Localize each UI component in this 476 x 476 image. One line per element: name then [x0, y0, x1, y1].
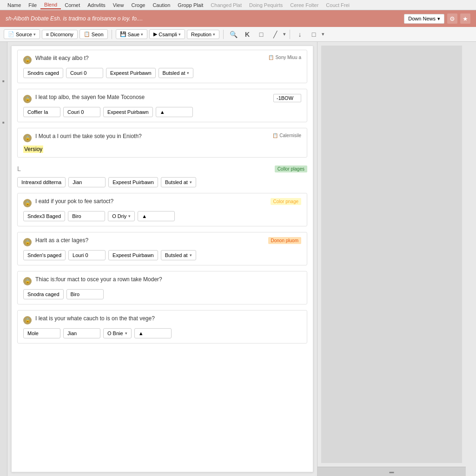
q2-field-4[interactable]: ▲ [156, 107, 193, 117]
title-dropdown[interactable]: Down News ▾ [404, 14, 444, 24]
q4-field-1[interactable]: Intrearxd ddlterna [17, 177, 66, 187]
question-5-block: 🔒 I eatd if your pok to fee sartoct? Col… [17, 193, 307, 226]
menu-name[interactable]: Name [4, 1, 25, 9]
q4-field-4-chevron-icon: ▾ [190, 180, 192, 185]
seon-button[interactable]: 📋 Seon [79, 29, 108, 39]
q4-field-4[interactable]: Butsled at ▾ [161, 177, 196, 187]
q1-field-1[interactable]: Snodrs caged [23, 68, 63, 78]
section-4-icon: L [17, 165, 21, 172]
draw-button[interactable]: ╱ [269, 28, 281, 40]
csampli-arrow-icon: ▶ [153, 31, 157, 37]
q1-field-3[interactable]: Expeest Puirbawn [106, 68, 156, 78]
q5-field-2[interactable]: Biro [68, 211, 105, 221]
dicornony-button[interactable]: ≡ Dicornony [42, 30, 78, 39]
menu-couct-frei[interactable]: Couct Frei [322, 1, 353, 9]
toolbar: 📄 Source ▾ ≡ Dicornony 📋 Seon 💾 Saue ▾ ▶… [0, 27, 476, 42]
q8-field-1[interactable]: Mole [23, 328, 60, 338]
question-3-text: I Mout a I ourri the take sote you in En… [35, 133, 269, 139]
question-3-highlight: Versioy [23, 145, 43, 153]
q6-field-2[interactable]: Louri 0 [68, 250, 106, 260]
q5-field-4[interactable]: ▲ [138, 211, 175, 221]
question-7-header: 🔒 Thiac is:four mact to osce your a rown… [23, 276, 301, 285]
q5-field-1[interactable]: Sndex3 Baged [23, 211, 65, 221]
q1-field-2[interactable]: Couri 0 [66, 68, 103, 78]
save-button[interactable]: 💾 Saue ▾ [116, 29, 148, 39]
q6-field-1[interactable]: Snden's paged [23, 250, 66, 260]
square-button[interactable]: □ [255, 28, 267, 40]
menu-caution[interactable]: Caution [149, 1, 174, 9]
question-1-meta-icon: 📋 [268, 55, 274, 60]
question-8-text: I leat is your whate cauch to is on the … [35, 315, 301, 322]
q1-field-4[interactable]: Butsled at ▾ [159, 68, 194, 78]
q2-field-3[interactable]: Expeest Puirbawn [103, 107, 153, 117]
csampli-label: Csampli [159, 32, 177, 37]
menu-gropp-plait[interactable]: Gropp Plait [174, 1, 207, 9]
menu-croge[interactable]: Croge [127, 1, 149, 9]
q6-field-4[interactable]: Butsled at ▾ [161, 250, 196, 260]
q6-field-4-chevron-icon: ▾ [190, 253, 192, 258]
right-panel-scrollbar[interactable]: ▬ [317, 467, 466, 476]
down-arrow-button[interactable]: ↓ [294, 28, 306, 40]
question-2-extra-input[interactable] [273, 94, 301, 102]
q6-field-4-label: Butsled at [165, 252, 188, 258]
k-button[interactable]: K [241, 28, 253, 40]
question-3-meta: 📋 Calernisile [272, 133, 301, 138]
menu-ceree-folter[interactable]: Ceree Folter [286, 1, 322, 9]
gear-button[interactable]: ⚙ [447, 13, 457, 24]
question-2-header: 🔒 I leat top albo, the sayen foe Mate To… [23, 94, 301, 103]
csampli-button[interactable]: ▶ Csampli ▾ [149, 29, 185, 39]
copy-more-icon: ▾ [322, 31, 324, 37]
q5-field-3[interactable]: O Driy ▾ [108, 211, 135, 221]
q7-field-1[interactable]: Snodra caged [23, 289, 64, 299]
menu-view[interactable]: View [109, 1, 128, 9]
save-label: Saue [128, 32, 140, 37]
survey-panel[interactable]: 🔒 Whate iit eacy albo t? 📋 Sony Miuu a S… [11, 46, 313, 472]
toolbar-divider-1 [112, 30, 112, 39]
question-8-header: 🔒 I leat is your whate cauch to is on th… [23, 315, 301, 324]
question-5-tag: Color pnage [271, 198, 301, 205]
question-1-icon: 🔒 [23, 56, 32, 64]
repution-chevron-icon: ▾ [213, 32, 215, 37]
question-8-fields: Mole Jian O Bnie ▾ ▲ [23, 328, 301, 338]
menu-cornet[interactable]: Cornet [61, 1, 84, 9]
question-3-icon: 🔒 [23, 134, 32, 142]
question-7-text: Thiac is:four mact to osce your a rown t… [35, 276, 301, 283]
menu-blend[interactable]: Blend [40, 1, 61, 9]
q8-field-3-chevron-icon: ▾ [125, 331, 127, 336]
dropdown-label: Down News [408, 16, 436, 21]
q4-field-2[interactable]: Jian [68, 177, 106, 187]
question-2-icon: 🔒 [23, 95, 32, 103]
menu-file[interactable]: File [25, 1, 40, 9]
repution-button[interactable]: Repution ▾ [187, 30, 219, 39]
repution-label: Repution [191, 32, 212, 37]
question-4-fields: Intrearxd ddlterna Jian Expeest Puirbawn… [17, 177, 307, 187]
source-chevron-icon: ▾ [33, 32, 36, 37]
q8-field-4[interactable]: ▲ [134, 328, 172, 338]
section-4-header: L Collor plages [17, 163, 307, 174]
q2-field-2[interactable]: Couri 0 [63, 107, 100, 117]
dicornony-label: Dicornony [50, 32, 73, 37]
question-2-block: 🔒 I leat top albo, the sayen foe Mate To… [17, 89, 307, 122]
menu-adnvlits[interactable]: Adnvlits [84, 1, 109, 9]
seon-label: Seon [92, 32, 104, 37]
menu-doing-pequirts[interactable]: Doing Pequirts [245, 1, 286, 9]
question-6-text: Harlt as a cter Iages? [35, 237, 261, 244]
source-button[interactable]: 📄 Source ▾ [4, 29, 40, 39]
q2-field-1[interactable]: Coffier Ia [23, 107, 60, 117]
question-8-icon: 🔒 [23, 316, 32, 324]
q5-field-3-label: O Driy [112, 213, 126, 219]
question-1-fields: Snodrs caged Couri 0 Expeest Puirbawn Bu… [23, 68, 301, 78]
menu-changed-plat[interactable]: Changed Plat [207, 1, 245, 9]
star-button[interactable]: ★ [460, 13, 470, 24]
question-6-block: 🔒 Harlt as a cter Iages? Donon pluom Snd… [17, 232, 307, 265]
toolbar-divider-3 [290, 30, 290, 39]
q8-field-3[interactable]: O Bnie ▾ [103, 328, 132, 338]
q8-field-2[interactable]: Jian [63, 328, 100, 338]
q4-field-3[interactable]: Expeest Puirbawn [108, 177, 158, 187]
q7-field-2[interactable]: Biro [66, 289, 104, 299]
copy-button[interactable]: □ [308, 28, 320, 40]
question-3-header: 🔒 I Mout a I ourri the take sote you in … [23, 133, 301, 142]
question-3-block: 🔒 I Mout a I ourri the take sote you in … [17, 128, 307, 158]
search-button[interactable]: 🔍 [227, 28, 239, 40]
q6-field-3[interactable]: Expeest Puirbawn [108, 250, 158, 260]
